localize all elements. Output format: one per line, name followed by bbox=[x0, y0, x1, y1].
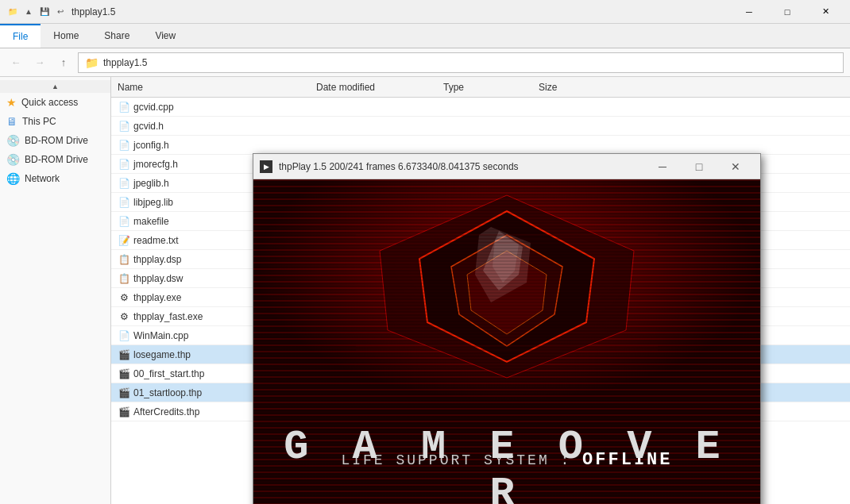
file-name-text: AfterCredits.thp bbox=[133, 406, 199, 417]
file-icon: ⚙ bbox=[118, 310, 130, 323]
title-bar-icons: 📁 ▲ 💾 ↩ bbox=[6, 6, 67, 18]
file-icon: 📄 bbox=[118, 196, 130, 209]
file-icon: 📄 bbox=[118, 101, 130, 113]
new-folder-icon: 📁 bbox=[6, 6, 19, 18]
forward-button[interactable]: → bbox=[30, 53, 49, 72]
file-name-text: 00_first_start.thp bbox=[133, 368, 204, 379]
file-icon: 📋 bbox=[118, 253, 130, 266]
file-name-cell: 📄 gcvid.h bbox=[114, 120, 313, 133]
file-icon: 🎬 bbox=[118, 367, 130, 380]
undo-icon[interactable]: ↩ bbox=[54, 6, 67, 18]
up-button[interactable]: ↑ bbox=[54, 53, 73, 72]
file-icon: 🎬 bbox=[118, 387, 130, 399]
file-name-text: gcvid.cpp bbox=[133, 102, 174, 113]
file-name-text: thpplay.exe bbox=[133, 292, 182, 303]
game-screen: LIFE SUPPORT SYSTEM : OFFLINE G A M E O … bbox=[253, 179, 760, 504]
save-icon[interactable]: 💾 bbox=[38, 6, 51, 18]
sidebar-item-this-pc[interactable]: 🖥 This PC bbox=[0, 112, 110, 131]
file-name-text: makefile bbox=[133, 216, 169, 227]
ribbon: File Home Share View bbox=[0, 24, 850, 48]
overlay-minimize-button[interactable]: ─ bbox=[644, 154, 681, 179]
main-layout: ▲ ★ Quick access 🖥 This PC 💿 BD-ROM Driv… bbox=[0, 77, 850, 504]
file-name-text: jpeglib.h bbox=[133, 178, 169, 189]
file-list-header: Name Date modified Type Size bbox=[111, 77, 850, 98]
col-header-type[interactable]: Type bbox=[440, 82, 535, 93]
sidebar-item-bd-rom-2[interactable]: 💿 BD-ROM Drive bbox=[0, 150, 110, 169]
overlay-maximize-button[interactable]: □ bbox=[681, 154, 717, 179]
window-controls: ─ □ ✕ bbox=[731, 0, 844, 24]
bd-icon-2: 💿 bbox=[6, 153, 20, 166]
tab-file[interactable]: File bbox=[0, 24, 41, 48]
file-name-cell: 📄 jconfig.h bbox=[114, 139, 313, 152]
file-name-text: libjpeg.lib bbox=[133, 197, 173, 208]
bd-icon-1: 💿 bbox=[6, 134, 20, 147]
maximize-button[interactable]: □ bbox=[769, 0, 806, 24]
file-name-cell: 📄 gcvid.cpp bbox=[114, 101, 313, 113]
file-name-text: 01_startloop.thp bbox=[133, 387, 202, 398]
up-icon[interactable]: ▲ bbox=[22, 6, 35, 18]
file-icon: 🎬 bbox=[118, 406, 130, 418]
back-button[interactable]: ← bbox=[6, 53, 25, 72]
file-icon: 📄 bbox=[118, 158, 130, 171]
sidebar-item-network[interactable]: 🌐 Network bbox=[0, 169, 110, 188]
star-icon: ★ bbox=[6, 96, 17, 109]
sidebar-item-quick-access[interactable]: ★ Quick access bbox=[0, 93, 110, 112]
file-icon: 📄 bbox=[118, 329, 130, 342]
title-bar: 📁 ▲ 💾 ↩ thpplay1.5 ─ □ ✕ bbox=[0, 0, 850, 24]
overlay-window: ▶ thpPlay 1.5 200/241 frames 6.673340/8.… bbox=[253, 153, 761, 504]
minimize-button[interactable]: ─ bbox=[731, 0, 767, 24]
file-name-text: thpplay_fast.exe bbox=[133, 311, 203, 322]
overlay-title-bar: ▶ thpPlay 1.5 200/241 frames 6.673340/8.… bbox=[253, 154, 760, 179]
sidebar-label-bd-rom-2: BD-ROM Drive bbox=[25, 154, 88, 165]
col-header-name[interactable]: Name bbox=[114, 82, 313, 93]
path-text: thpplay1.5 bbox=[103, 57, 147, 68]
folder-icon: 📁 bbox=[85, 56, 99, 69]
tab-home[interactable]: Home bbox=[41, 24, 91, 48]
file-icon: 🎬 bbox=[118, 348, 130, 361]
ribbon-tabs: File Home Share View bbox=[0, 24, 850, 48]
sidebar-label-this-pc: This PC bbox=[22, 116, 56, 127]
table-row[interactable]: 📄 gcvid.cpp bbox=[111, 98, 850, 117]
overlay-app-icon: ▶ bbox=[260, 160, 272, 173]
address-bar: ← → ↑ 📁 thpplay1.5 bbox=[0, 48, 850, 77]
network-icon: 🌐 bbox=[6, 172, 20, 185]
overlay-title-text: thpPlay 1.5 200/241 frames 6.673340/8.04… bbox=[279, 161, 638, 172]
file-name-text: jmorecfg.h bbox=[133, 159, 178, 170]
sidebar-item-bd-rom-1[interactable]: 💿 BD-ROM Drive bbox=[0, 131, 110, 150]
address-path[interactable]: 📁 thpplay1.5 bbox=[78, 52, 844, 73]
file-name-text: losegame.thp bbox=[133, 349, 191, 360]
file-name-text: thpplay.dsw bbox=[133, 273, 183, 284]
sidebar-scroll-up[interactable]: ▲ bbox=[0, 80, 110, 93]
file-icon: 📄 bbox=[118, 177, 130, 190]
sidebar-label-network: Network bbox=[25, 173, 60, 184]
sidebar-label-quick-access: Quick access bbox=[21, 97, 78, 108]
file-icon: 📄 bbox=[118, 139, 130, 152]
tab-share[interactable]: Share bbox=[91, 24, 142, 48]
pc-icon: 🖥 bbox=[6, 115, 17, 128]
table-row[interactable]: 📄 gcvid.h bbox=[111, 117, 850, 136]
col-header-date[interactable]: Date modified bbox=[313, 82, 440, 93]
file-icon: 📄 bbox=[118, 120, 130, 133]
window-title: thpplay1.5 bbox=[71, 6, 115, 17]
overlay-content: LIFE SUPPORT SYSTEM : OFFLINE G A M E O … bbox=[253, 179, 760, 504]
file-name-text: thpplay.dsp bbox=[133, 254, 182, 265]
overlay-close-button[interactable]: ✕ bbox=[717, 154, 754, 179]
file-icon: ⚙ bbox=[118, 291, 130, 304]
file-name-text: gcvid.h bbox=[133, 121, 164, 132]
close-button[interactable]: ✕ bbox=[807, 0, 844, 24]
file-icon: 📝 bbox=[118, 234, 130, 247]
tab-view[interactable]: View bbox=[142, 24, 188, 48]
file-name-text: jconfig.h bbox=[133, 140, 169, 151]
file-icon: 📄 bbox=[118, 215, 130, 228]
game-over-text: G A M E O V E R bbox=[253, 424, 760, 504]
col-header-size[interactable]: Size bbox=[535, 82, 599, 93]
sidebar: ▲ ★ Quick access 🖥 This PC 💿 BD-ROM Driv… bbox=[0, 77, 111, 504]
sidebar-label-bd-rom-1: BD-ROM Drive bbox=[25, 135, 88, 146]
file-icon: 📋 bbox=[118, 272, 130, 285]
overlay-window-controls: ─ □ ✕ bbox=[644, 154, 754, 179]
file-name-text: readme.txt bbox=[133, 235, 179, 246]
file-name-text: WinMain.cpp bbox=[133, 330, 188, 341]
table-row[interactable]: 📄 jconfig.h bbox=[111, 136, 850, 155]
